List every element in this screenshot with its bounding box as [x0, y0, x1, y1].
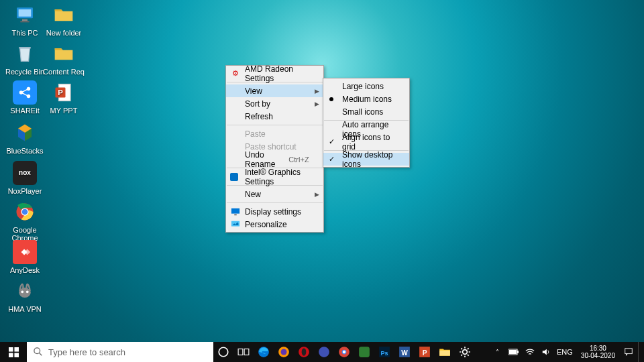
wifi-icon [525, 348, 535, 356]
check-icon: ✓ [329, 137, 335, 146]
svg-point-45 [463, 350, 468, 355]
submenu-large-icons[interactable]: Large icons [323, 80, 409, 93]
svg-rect-37 [359, 347, 370, 357]
notification-icon [624, 347, 633, 357]
firefox-icon [278, 346, 290, 358]
chevron-up-icon: ˄ [496, 349, 499, 356]
chevron-right-icon: ▶ [315, 101, 319, 107]
powerpoint-icon: P [52, 80, 76, 105]
svg-point-7 [27, 95, 31, 99]
submenu-medium-icons[interactable]: Medium icons [323, 93, 409, 105]
chrome-icon [13, 200, 37, 224]
desktop-icon-google-chrome[interactable]: Google Chrome [1, 200, 48, 242]
system-tray: ˄ ENG 16:3030-04-2020 [491, 342, 644, 362]
taskbar-app-firefox[interactable] [274, 342, 294, 362]
desktop-icon-anydesk[interactable]: AnyDesk [1, 240, 48, 274]
recycle-bin-icon [13, 42, 37, 66]
menu-intel-graphics[interactable]: Intel® Graphics Settings [226, 170, 323, 183]
desktop-context-menu: ⚙AMD Radeon Settings View▶ Sort by▶ Refr… [225, 65, 324, 233]
search-box[interactable]: Type here to search [27, 342, 213, 362]
tray-volume[interactable] [539, 342, 553, 362]
svg-text:Ps: Ps [380, 350, 388, 357]
tray-battery[interactable] [507, 342, 521, 362]
opera-icon [298, 346, 310, 358]
show-desktop-button[interactable] [638, 342, 643, 362]
svg-rect-47 [517, 351, 519, 353]
svg-rect-3 [20, 21, 29, 22]
svg-rect-23 [14, 353, 19, 357]
svg-point-15 [21, 290, 23, 293]
svg-point-6 [27, 87, 31, 91]
taskbar-app-settings[interactable] [455, 342, 475, 362]
tray-chevron-up[interactable]: ˄ [491, 342, 504, 362]
svg-point-16 [26, 290, 29, 293]
intel-icon [230, 173, 238, 181]
app-icon [318, 346, 330, 358]
svg-rect-17 [231, 208, 239, 213]
desktop-icon-noxplayer[interactable]: noxNoxPlayer [1, 161, 48, 195]
svg-rect-49 [625, 349, 633, 354]
separator [227, 125, 323, 125]
battery-icon [508, 349, 519, 355]
svg-rect-44 [439, 351, 450, 356]
desktop-icon-hma-vpn[interactable]: HMA VPN [1, 279, 48, 313]
desktop-icon-my-ppt[interactable]: PMY PPT [40, 80, 87, 115]
check-icon: ✓ [329, 155, 335, 164]
bluestacks-icon [13, 121, 37, 145]
svg-text:P: P [58, 88, 63, 97]
menu-view[interactable]: View▶ [226, 84, 323, 97]
taskbar-app-explorer[interactable] [435, 342, 455, 362]
menu-undo-rename[interactable]: Undo RenameCtrl+Z [226, 153, 323, 166]
menu-sort-by[interactable]: Sort by▶ [226, 97, 323, 110]
taskbar-app-photoshop[interactable]: Ps [374, 342, 394, 362]
folder-icon [52, 3, 76, 27]
svg-rect-27 [244, 349, 249, 355]
task-view-button[interactable] [233, 342, 254, 362]
taskbar-app-opera[interactable] [294, 342, 314, 362]
taskbar-app-word[interactable]: W [394, 342, 415, 362]
anydesk-icon [13, 240, 37, 264]
desktop-icon-bluestacks[interactable]: BlueStacks [1, 121, 48, 155]
radio-selected-icon [329, 97, 333, 101]
svg-point-25 [219, 347, 228, 357]
folder-icon [439, 346, 451, 358]
tray-action-center[interactable] [622, 342, 635, 362]
cortana-button[interactable] [213, 342, 233, 362]
menu-personalize[interactable]: Personalize [226, 218, 323, 231]
taskbar: Type here to search Ps W P ˄ ENG 16:3030… [0, 342, 644, 362]
svg-point-32 [302, 348, 307, 355]
start-button[interactable] [0, 342, 27, 362]
svg-text:W: W [401, 349, 408, 357]
cortana-icon [217, 346, 229, 358]
task-view-icon [237, 346, 250, 358]
taskbar-app-chrome[interactable] [334, 342, 354, 362]
taskbar-app-powerpoint[interactable]: P [415, 342, 435, 362]
svg-rect-20 [9, 347, 13, 352]
taskbar-app-sharex[interactable] [314, 342, 334, 362]
edge-icon [258, 346, 270, 358]
tray-language[interactable]: ENG [555, 342, 574, 362]
svg-rect-4 [19, 47, 31, 49]
desktop-icon-content-req[interactable]: Content Req [40, 42, 87, 76]
powerpoint-icon: P [419, 346, 431, 358]
menu-new[interactable]: New▶ [226, 188, 323, 200]
submenu-show-desktop-icons[interactable]: ✓Show desktop icons [323, 153, 409, 166]
submenu-align-grid[interactable]: ✓Align icons to grid [323, 135, 409, 148]
svg-point-24 [34, 348, 40, 354]
tray-wifi[interactable] [523, 342, 537, 362]
submenu-small-icons[interactable]: Small icons [323, 105, 409, 118]
nox-icon: nox [13, 161, 37, 185]
svg-point-33 [319, 347, 329, 357]
monitor-icon [13, 3, 37, 27]
chevron-right-icon: ▶ [315, 191, 319, 198]
desktop-icon-new-folder[interactable]: New folder [40, 3, 87, 37]
taskbar-app-edge[interactable] [254, 342, 274, 362]
app-icon [358, 346, 370, 358]
photoshop-icon: Ps [378, 346, 390, 358]
menu-display-settings[interactable]: Display settings [226, 205, 323, 218]
menu-amd-radeon[interactable]: ⚙AMD Radeon Settings [226, 67, 323, 80]
tray-clock[interactable]: 16:3030-04-2020 [577, 345, 619, 359]
volume-icon [541, 347, 551, 357]
menu-refresh[interactable]: Refresh [226, 110, 323, 123]
taskbar-app-green[interactable] [354, 342, 374, 362]
